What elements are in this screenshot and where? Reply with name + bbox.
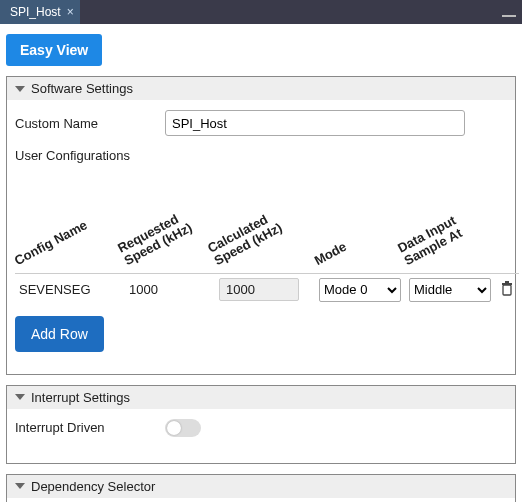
cell-requested-speed[interactable]: 1000 — [125, 273, 215, 306]
chevron-down-icon — [15, 394, 25, 400]
col-header-requested-speed: Requested Speed (kHz) — [116, 208, 195, 268]
cell-calculated-speed: 1000 — [219, 278, 299, 301]
table-row: SEVENSEG 1000 1000 Mode 0 Middle — [15, 273, 519, 306]
interrupt-driven-toggle[interactable] — [165, 419, 201, 437]
section-software-settings: Software Settings Custom Name User Confi… — [6, 76, 516, 375]
page-body: Easy View Software Settings Custom Name … — [0, 24, 522, 502]
section-interrupt-settings: Interrupt Settings Interrupt Driven — [6, 385, 516, 464]
col-header-mode: Mode — [312, 240, 349, 269]
custom-name-input[interactable] — [165, 110, 465, 136]
section-title: Software Settings — [31, 81, 133, 96]
config-table: Config Name Requested Speed (kHz) Calcul… — [15, 213, 519, 306]
chevron-down-icon — [15, 483, 25, 489]
col-header-sample-at: Data Input Sample At — [396, 213, 466, 268]
mode-select[interactable]: Mode 0 — [319, 278, 401, 302]
easy-view-button[interactable]: Easy View — [6, 34, 102, 66]
section-title: Interrupt Settings — [31, 390, 130, 405]
chevron-down-icon — [15, 86, 25, 92]
section-dependency-selector: Dependency Selector SPI Host PLIB Select… — [6, 474, 516, 503]
svg-rect-1 — [502, 283, 512, 285]
section-header-dependency[interactable]: Dependency Selector — [7, 475, 515, 498]
section-title: Dependency Selector — [31, 479, 155, 494]
section-header-software[interactable]: Software Settings — [7, 77, 515, 100]
add-row-button[interactable]: Add Row — [15, 316, 104, 352]
section-header-interrupt[interactable]: Interrupt Settings — [7, 386, 515, 409]
col-header-calculated-speed: Calculated Speed (kHz) — [206, 208, 285, 268]
interrupt-driven-label: Interrupt Driven — [15, 420, 155, 435]
tab-title: SPI_Host — [10, 5, 61, 19]
close-icon[interactable]: × — [67, 5, 74, 19]
sample-at-select[interactable]: Middle — [409, 278, 491, 302]
delete-row-icon[interactable] — [495, 273, 519, 306]
col-header-config-name: Config Name — [12, 218, 89, 268]
custom-name-label: Custom Name — [15, 116, 155, 131]
tab-spi-host[interactable]: SPI_Host × — [0, 0, 80, 24]
cell-config-name[interactable]: SEVENSEG — [15, 273, 125, 306]
minimize-icon[interactable] — [502, 15, 516, 17]
toggle-knob — [167, 421, 181, 435]
svg-rect-0 — [503, 285, 511, 295]
tab-bar: SPI_Host × — [0, 0, 522, 24]
svg-rect-2 — [505, 281, 509, 283]
user-configurations-label: User Configurations — [15, 148, 507, 163]
